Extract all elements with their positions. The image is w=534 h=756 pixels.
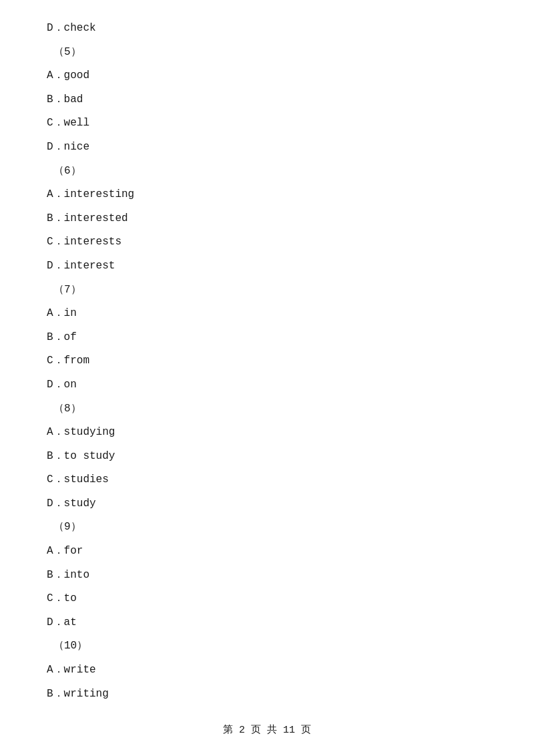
page-content: D．check （5） A．good B．bad C．well D．nice （… (0, 0, 534, 749)
line-num-6: （6） (47, 163, 487, 180)
line-c-studies: C．studies (47, 471, 487, 489)
page-footer: 第 2 页 共 11 页 (0, 723, 534, 736)
line-a-studying: A．studying (47, 424, 487, 441)
line-d-on: D．on (47, 377, 487, 394)
line-b-bad: B．bad (47, 91, 487, 109)
line-num-10: （10） (47, 638, 487, 655)
line-c-from: C．from (47, 353, 487, 370)
line-num-5: （5） (47, 44, 487, 61)
line-b-writing: B．writing (47, 686, 487, 703)
line-a-in: A．in (47, 305, 487, 323)
line-c-well: C．well (47, 115, 487, 132)
line-d-study: D．study (47, 496, 487, 513)
line-b-into: B．into (47, 567, 487, 584)
line-a-good: A．good (47, 67, 487, 85)
line-num-7: （7） (47, 282, 487, 299)
line-b-tostudy: B．to study (47, 448, 487, 465)
line-a-write: A．write (47, 662, 487, 679)
line-num-8: （8） (47, 401, 487, 418)
line-a-for: A．for (47, 543, 487, 560)
line-a-interesting: A．interesting (47, 186, 487, 204)
line-d-nice: D．nice (47, 139, 487, 156)
line-b-of: B．of (47, 329, 487, 347)
line-d-interest: D．interest (47, 258, 487, 275)
line-b-interested: B．interested (47, 210, 487, 228)
line-d-at: D．at (47, 614, 487, 632)
line-c-to: C．to (47, 590, 487, 608)
line-num-9: （9） (47, 519, 487, 536)
line-c-interests: C．interests (47, 234, 487, 251)
line-d-check: D．check (47, 20, 487, 37)
